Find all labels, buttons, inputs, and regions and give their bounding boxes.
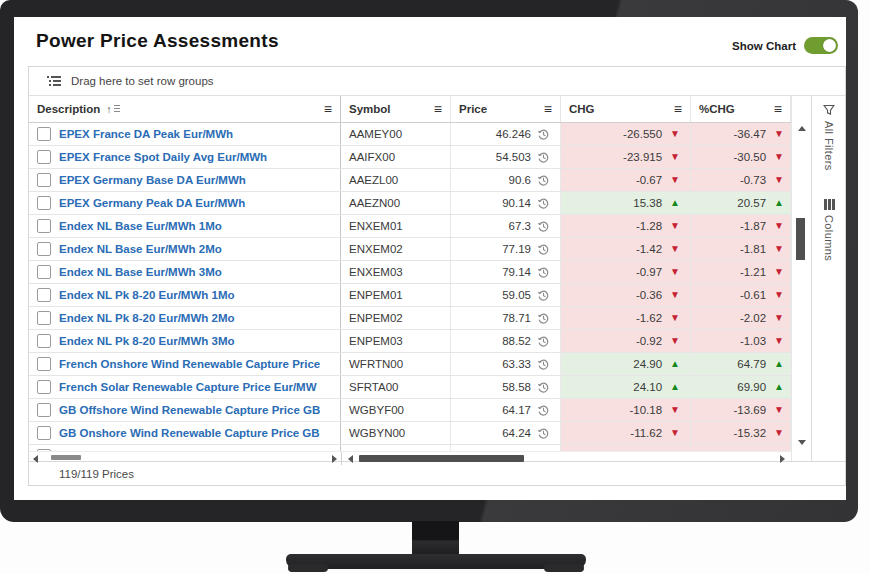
row-checkbox[interactable]	[37, 357, 51, 371]
column-header-description[interactable]: Description ↑ ≡	[29, 96, 341, 122]
scroll-up-icon[interactable]	[798, 126, 806, 131]
grid-hscrollbar[interactable]	[342, 452, 791, 465]
chg-value: -0.92	[636, 335, 662, 347]
tab-all-filters[interactable]: All Filters	[823, 104, 835, 171]
trend-icon: ▼	[670, 244, 680, 254]
row-checkbox[interactable]	[37, 242, 51, 256]
price-history-icon[interactable]	[537, 243, 550, 256]
description-cell: GB Offshore Wind Renewable Capture Price…	[29, 399, 341, 421]
row-checkbox[interactable]	[37, 219, 51, 233]
row-description-link[interactable]: Endex NL Base Eur/MWh 1Mo	[59, 220, 222, 232]
row-description-link[interactable]: Endex NL Base Eur/MWh 3Mo	[59, 266, 222, 278]
row-description-link[interactable]: EPEX France DA Peak Eur/MWh	[59, 128, 233, 140]
column-menu-icon[interactable]: ≡	[324, 102, 332, 116]
tab-columns[interactable]: Columns	[823, 199, 835, 261]
pchg-value: -1.21	[740, 266, 766, 278]
row-checkbox[interactable]	[37, 380, 51, 394]
price-cell: 79.14	[451, 261, 561, 283]
row-description-link[interactable]: GB Onshore Wind Renewable Capture Price …	[59, 427, 320, 439]
chg-value: 24.10	[633, 381, 662, 393]
column-menu-icon[interactable]: ≡	[674, 102, 682, 116]
price-history-icon[interactable]	[537, 427, 550, 440]
price-history-icon[interactable]	[537, 197, 550, 210]
vertical-scrollbar[interactable]	[791, 96, 811, 461]
pchg-cell: -1.81 ▼	[691, 238, 791, 260]
row-description-link[interactable]: Endex NL Base Eur/MWh 2Mo	[59, 243, 222, 255]
table-row: EPEX France DA Peak Eur/MWh AAMEY00 46.2…	[29, 123, 791, 146]
row-checkbox[interactable]	[37, 403, 51, 417]
row-description-link[interactable]: EPEX Germany Peak DA Eur/MWh	[59, 197, 245, 209]
price-history-icon[interactable]	[537, 358, 550, 371]
hscroll-thumb[interactable]	[359, 455, 524, 462]
trend-icon: ▼	[774, 175, 784, 185]
description-cell: EPEX Germany Peak DA Eur/MWh	[29, 192, 341, 214]
row-description-link[interactable]: GB Offshore Wind Renewable Capture Price…	[59, 404, 320, 416]
symbol-cell: WGBYF00	[341, 399, 451, 421]
scroll-down-icon[interactable]	[798, 440, 806, 445]
trend-icon: ▲	[670, 359, 680, 369]
price-history-icon[interactable]	[537, 220, 550, 233]
row-description-link[interactable]: Endex NL Pk 8-20 Eur/MWh 3Mo	[59, 335, 235, 347]
pchg-cell: -13.69 ▼	[691, 399, 791, 421]
scroll-left-icon[interactable]	[33, 455, 38, 463]
description-hscrollbar[interactable]	[29, 452, 342, 465]
chg-cell: -0.67 ▼	[561, 169, 691, 191]
price-history-icon[interactable]	[537, 404, 550, 417]
trend-icon: ▼	[774, 244, 784, 254]
row-description-link[interactable]: EPEX France Spot Daily Avg Eur/MWh	[59, 151, 267, 163]
description-cell: EPEX France DA Peak Eur/MWh	[29, 123, 341, 145]
row-checkbox[interactable]	[37, 334, 51, 348]
row-checkbox[interactable]	[37, 173, 51, 187]
price-history-icon[interactable]	[537, 312, 550, 325]
row-description-link[interactable]: French Onshore Wind Renewable Capture Pr…	[59, 358, 320, 370]
column-menu-icon[interactable]: ≡	[544, 102, 552, 116]
price-history-icon[interactable]	[537, 151, 550, 164]
price-history-icon[interactable]	[537, 289, 550, 302]
table-row: EPEX France Spot Daily Avg Eur/MWh AAIFX…	[29, 146, 791, 169]
chg-cell: 24.90 ▲	[561, 353, 691, 375]
show-chart-toggle[interactable]	[804, 37, 838, 54]
price-history-icon[interactable]	[537, 335, 550, 348]
column-header-chg[interactable]: CHG ≡	[561, 96, 691, 122]
row-description-link[interactable]: Endex NL Pk 8-20 Eur/MWh 2Mo	[59, 312, 235, 324]
row-checkbox[interactable]	[37, 426, 51, 440]
trend-icon: ▲	[670, 382, 680, 392]
column-header-pchg[interactable]: %CHG ≡	[691, 96, 791, 122]
column-menu-icon[interactable]: ≡	[774, 102, 782, 116]
row-checkbox[interactable]	[37, 150, 51, 164]
price-history-icon[interactable]	[537, 128, 550, 141]
pchg-value: 20.57	[737, 197, 766, 209]
hscroll-thumb[interactable]	[51, 455, 81, 460]
row-description-link[interactable]: EPEX Germany Base DA Eur/MWh	[59, 174, 246, 186]
price-cell: 64.17	[451, 399, 561, 421]
price-history-icon[interactable]	[537, 381, 550, 394]
pchg-value: -13.69	[733, 404, 766, 416]
row-checkbox[interactable]	[37, 288, 51, 302]
column-header-price[interactable]: Price ≡	[451, 96, 561, 122]
scroll-left-icon[interactable]	[348, 455, 353, 463]
row-checkbox[interactable]	[37, 265, 51, 279]
row-description-link[interactable]: French Solar Renewable Capture Price Eur…	[59, 381, 317, 393]
price-value: 46.246	[496, 128, 531, 140]
scroll-right-icon[interactable]	[780, 455, 785, 463]
price-value: 78.71	[502, 312, 531, 324]
vscroll-thumb[interactable]	[796, 218, 805, 260]
scroll-right-icon[interactable]	[332, 455, 337, 463]
pchg-cell: 20.57 ▲	[691, 192, 791, 214]
price-history-icon[interactable]	[537, 174, 550, 187]
row-description-link[interactable]: Endex NL Pk 8-20 Eur/MWh 1Mo	[59, 289, 235, 301]
price-history-icon[interactable]	[537, 266, 550, 279]
pchg-cell: -0.73 ▼	[691, 169, 791, 191]
price-cell: 63.33	[451, 353, 561, 375]
price-value: 63.33	[502, 358, 531, 370]
column-header-symbol[interactable]: Symbol ≡	[341, 96, 451, 122]
table-row: Endex NL Pk 8-20 Eur/MWh 3Mo ENPEM03 88.…	[29, 330, 791, 353]
row-checkbox[interactable]	[37, 311, 51, 325]
row-checkbox[interactable]	[37, 127, 51, 141]
side-tool-panel: All Filters Columns	[811, 96, 846, 461]
chg-value: -0.36	[636, 289, 662, 301]
row-group-drop-zone[interactable]: Drag here to set row groups	[29, 67, 845, 96]
pchg-value: -15.32	[733, 427, 766, 439]
row-checkbox[interactable]	[37, 196, 51, 210]
column-menu-icon[interactable]: ≡	[434, 102, 442, 116]
